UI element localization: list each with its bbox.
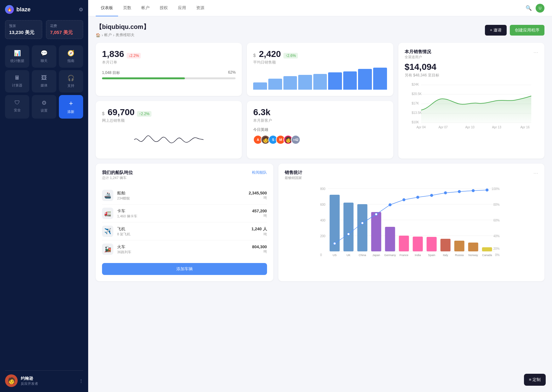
svg-text:60%: 60% — [493, 219, 499, 222]
plane-value: 1,240 人 吨 — [251, 226, 267, 237]
train-sub: 36路列车 — [117, 250, 248, 255]
bar-8 — [358, 69, 372, 90]
tab-dashboard[interactable]: 仪表板 — [96, 0, 118, 16]
security-label: 安全 — [14, 108, 21, 113]
new-customers-label: 本月新客户 — [253, 118, 387, 123]
sidebar-item-support[interactable]: 🎧 支持 — [59, 70, 83, 92]
tab-pages[interactable]: 页数 — [118, 0, 136, 16]
avatar-count: +42 — [291, 135, 300, 144]
tab-auth[interactable]: 授权 — [155, 0, 173, 16]
budget-section: 预算 13,230 美元 花费 7,057 美元 — [5, 20, 83, 39]
svg-text:Italy: Italy — [443, 254, 448, 257]
breadcrumb: 🏠 › 帐户 › 奥弗维耶夫 — [96, 32, 150, 38]
country-chart-svg: 100% 80% 60% 40% 20% 0% 800 600 400 200 … — [285, 185, 538, 267]
sales-stats-title: 销售统计 — [285, 170, 302, 176]
sidebar-item-media[interactable]: 🖼 媒体 — [32, 70, 56, 92]
support-icon: 🎧 — [67, 75, 74, 81]
svg-text:Apr 13: Apr 13 — [492, 126, 501, 129]
svg-text:$13.5K: $13.5K — [412, 111, 422, 115]
ship-sub: 234艘舰 — [117, 196, 245, 201]
tab-resources[interactable]: 资源 — [191, 0, 209, 16]
progress-fill — [102, 77, 185, 79]
ship-value: 2,345,500 吨 — [249, 191, 267, 200]
tab-accounts[interactable]: 帐户 — [136, 0, 155, 16]
dot-france — [402, 199, 405, 201]
create-app-button[interactable]: 创建应用程序 — [510, 25, 544, 36]
bar-india — [413, 237, 423, 251]
bar-japan — [371, 212, 381, 251]
sidebar-item-security[interactable]: 🛡 安全 — [5, 95, 29, 119]
monthly-sales-subtitle: 全渠道用户 — [405, 55, 431, 59]
dot-italy — [444, 192, 447, 194]
sidebar-item-calculator[interactable]: 🖩 计算器 — [5, 70, 29, 92]
media-icon: 🖼 — [41, 75, 47, 81]
sidebar-item-guide[interactable]: 🧭 指南 — [59, 45, 83, 68]
sidebar: 🔥 blaze ⚙ 预算 13,230 美元 花费 7,057 美元 📊 统计数… — [0, 0, 88, 392]
customize-button[interactable]: ≡ 定制 — [524, 374, 546, 386]
search-icon[interactable]: 🔍 — [526, 5, 532, 11]
dot-japan — [375, 213, 377, 216]
online-sales-card: $ 69,700 ↑2.2% 网上总销售额 — [96, 101, 242, 159]
svg-text:Apr 04: Apr 04 — [416, 126, 426, 129]
user-info: 🧑 约翰逊 反应开发者 — [5, 374, 38, 387]
stats-label: 统计数据 — [10, 59, 24, 63]
orders-value-row: 1,836 ↓2.2% — [102, 49, 141, 59]
stats-grid: 1,836 ↓2.2% 本月订单 1,048 目标 62% — [96, 43, 544, 159]
breadcrumb-accounts[interactable]: 帐户 — [104, 32, 112, 38]
bar-germany — [385, 227, 395, 251]
media-label: 媒体 — [41, 83, 48, 88]
avg-sales-value-row: $ 2,420 ↑2.6% — [253, 49, 298, 59]
wavy-svg — [102, 127, 236, 152]
sidebar-settings-icon[interactable]: ⚙ — [79, 7, 83, 13]
svg-text:$20.5K: $20.5K — [412, 92, 422, 96]
sales-stats-more-icon[interactable]: ··· — [533, 170, 538, 176]
mini-bars-chart — [253, 68, 387, 90]
sidebar-item-stats[interactable]: 📊 统计数据 — [5, 45, 29, 68]
nav-grid: 📊 统计数据 💬 聊天 🧭 指南 🖩 计算器 🖼 媒体 🎧 支持 🛡 安全 ⚙ — [5, 45, 83, 119]
svg-text:0: 0 — [320, 253, 322, 257]
bar-2 — [268, 79, 282, 90]
online-sales-value: 69,700 — [108, 107, 135, 117]
sidebar-footer: 🧑 约翰逊 反应开发者 ⋮ — [5, 370, 83, 387]
progress-target: 1,048 目标 — [102, 70, 120, 76]
fleet-link[interactable]: 检阅舰队 — [252, 170, 267, 175]
bar-5 — [313, 74, 327, 90]
bar-1 — [253, 82, 267, 90]
svg-text:200: 200 — [320, 234, 325, 238]
fleet-subtitle: 总计 1,247 辆车 — [102, 176, 133, 180]
content-area: 【biqubiqu.com】 🏠 › 帐户 › 奥弗维耶夫 + 邀请 创建应用程… — [88, 16, 552, 392]
online-sales-change: ↑2.2% — [137, 111, 151, 117]
fleet-header: 我们的船队吨位 总计 1,247 辆车 检阅舰队 — [102, 170, 267, 185]
online-sales-value-row: $ 69,700 ↑2.2% — [102, 107, 151, 117]
monthly-sales-more-icon[interactable]: ··· — [533, 49, 538, 56]
user-more-icon[interactable]: ⋮ — [79, 378, 83, 383]
sidebar-item-chat[interactable]: 💬 聊天 — [32, 45, 56, 68]
tab-apps[interactable]: 应用 — [173, 0, 191, 16]
bar-4 — [298, 75, 312, 90]
sidebar-item-add[interactable]: + 添新 — [59, 95, 83, 119]
svg-text:Russia: Russia — [455, 254, 464, 257]
green-chart-svg: $24K $20.5K $17K $13.5K $10K — [405, 82, 538, 132]
breadcrumb-home-icon: 🏠 — [96, 33, 100, 37]
avg-sales-value: 2,420 — [259, 49, 281, 59]
bar-9 — [373, 68, 387, 90]
expense-card: 花费 7,057 美元 — [46, 20, 83, 39]
progress-pct: 62% — [228, 70, 236, 76]
svg-text:India: India — [415, 254, 421, 257]
bottom-grid: 我们的船队吨位 总计 1,247 辆车 检阅舰队 🚢 船舶 234艘舰 2,34… — [96, 164, 544, 281]
top-nav: 仪表板 页数 帐户 授权 应用 资源 🔍 U — [88, 0, 552, 16]
fleet-item-truck: 🚛 卡车 1,460 辆卡车 457,200 吨 — [102, 204, 267, 222]
monthly-sales-sub: 另有 $48,346 至目标 — [405, 73, 538, 78]
svg-text:UK: UK — [346, 254, 350, 257]
invite-button[interactable]: + 邀请 — [485, 25, 507, 36]
progress-section: 1,048 目标 62% — [102, 70, 236, 79]
dot-india — [416, 196, 419, 199]
main-content: 仪表板 页数 帐户 授权 应用 资源 🔍 U 【biqubiqu.com】 🏠 … — [88, 0, 552, 392]
svg-text:80%: 80% — [493, 203, 499, 206]
truck-value: 457,200 吨 — [252, 209, 267, 218]
add-vehicle-button[interactable]: 添加车辆 — [102, 263, 267, 275]
sidebar-item-settings[interactable]: ⚙ 设置 — [32, 95, 56, 119]
train-value: 804,300 吨 — [252, 244, 267, 254]
chat-label: 聊天 — [41, 59, 48, 63]
user-avatar-small[interactable]: U — [536, 4, 544, 13]
